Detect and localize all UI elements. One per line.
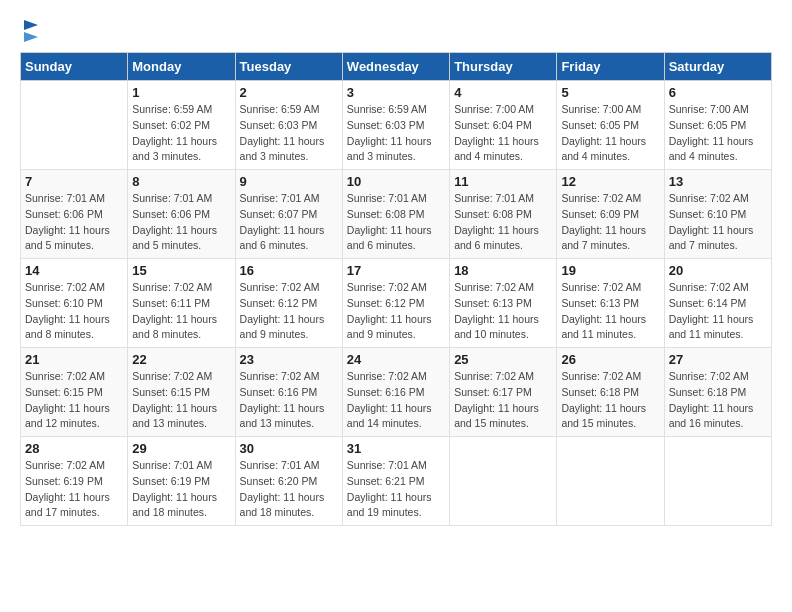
day-info: Sunrise: 7:02 AM Sunset: 6:13 PM Dayligh… <box>454 280 552 343</box>
day-number: 20 <box>669 263 767 278</box>
day-number: 1 <box>132 85 230 100</box>
day-number: 7 <box>25 174 123 189</box>
calendar-cell: 29Sunrise: 7:01 AM Sunset: 6:19 PM Dayli… <box>128 437 235 526</box>
day-number: 15 <box>132 263 230 278</box>
day-number: 21 <box>25 352 123 367</box>
calendar-cell: 26Sunrise: 7:02 AM Sunset: 6:18 PM Dayli… <box>557 348 664 437</box>
day-number: 12 <box>561 174 659 189</box>
day-number: 14 <box>25 263 123 278</box>
column-header-monday: Monday <box>128 53 235 81</box>
calendar-cell: 18Sunrise: 7:02 AM Sunset: 6:13 PM Dayli… <box>450 259 557 348</box>
day-number: 13 <box>669 174 767 189</box>
day-number: 25 <box>454 352 552 367</box>
calendar-cell: 2Sunrise: 6:59 AM Sunset: 6:03 PM Daylig… <box>235 81 342 170</box>
day-info: Sunrise: 7:02 AM Sunset: 6:19 PM Dayligh… <box>25 458 123 521</box>
day-info: Sunrise: 7:02 AM Sunset: 6:13 PM Dayligh… <box>561 280 659 343</box>
day-number: 30 <box>240 441 338 456</box>
day-info: Sunrise: 7:02 AM Sunset: 6:18 PM Dayligh… <box>669 369 767 432</box>
day-info: Sunrise: 6:59 AM Sunset: 6:03 PM Dayligh… <box>240 102 338 165</box>
day-number: 6 <box>669 85 767 100</box>
day-number: 22 <box>132 352 230 367</box>
calendar-cell: 21Sunrise: 7:02 AM Sunset: 6:15 PM Dayli… <box>21 348 128 437</box>
calendar-cell: 7Sunrise: 7:01 AM Sunset: 6:06 PM Daylig… <box>21 170 128 259</box>
day-number: 11 <box>454 174 552 189</box>
calendar-cell: 1Sunrise: 6:59 AM Sunset: 6:02 PM Daylig… <box>128 81 235 170</box>
day-number: 17 <box>347 263 445 278</box>
day-number: 10 <box>347 174 445 189</box>
calendar-cell: 10Sunrise: 7:01 AM Sunset: 6:08 PM Dayli… <box>342 170 449 259</box>
day-info: Sunrise: 7:01 AM Sunset: 6:20 PM Dayligh… <box>240 458 338 521</box>
calendar-cell <box>557 437 664 526</box>
day-number: 27 <box>669 352 767 367</box>
calendar-cell: 5Sunrise: 7:00 AM Sunset: 6:05 PM Daylig… <box>557 81 664 170</box>
calendar-cell: 28Sunrise: 7:02 AM Sunset: 6:19 PM Dayli… <box>21 437 128 526</box>
day-info: Sunrise: 7:01 AM Sunset: 6:06 PM Dayligh… <box>132 191 230 254</box>
day-number: 29 <box>132 441 230 456</box>
calendar-cell: 31Sunrise: 7:01 AM Sunset: 6:21 PM Dayli… <box>342 437 449 526</box>
calendar-cell: 12Sunrise: 7:02 AM Sunset: 6:09 PM Dayli… <box>557 170 664 259</box>
column-header-tuesday: Tuesday <box>235 53 342 81</box>
day-number: 3 <box>347 85 445 100</box>
logo-arrow-top <box>24 20 38 30</box>
day-info: Sunrise: 7:01 AM Sunset: 6:21 PM Dayligh… <box>347 458 445 521</box>
day-info: Sunrise: 7:02 AM Sunset: 6:12 PM Dayligh… <box>347 280 445 343</box>
day-info: Sunrise: 7:01 AM Sunset: 6:08 PM Dayligh… <box>347 191 445 254</box>
day-number: 9 <box>240 174 338 189</box>
day-info: Sunrise: 7:02 AM Sunset: 6:12 PM Dayligh… <box>240 280 338 343</box>
day-info: Sunrise: 7:02 AM Sunset: 6:15 PM Dayligh… <box>132 369 230 432</box>
day-info: Sunrise: 7:01 AM Sunset: 6:08 PM Dayligh… <box>454 191 552 254</box>
day-info: Sunrise: 7:00 AM Sunset: 6:05 PM Dayligh… <box>669 102 767 165</box>
day-number: 23 <box>240 352 338 367</box>
calendar-cell: 22Sunrise: 7:02 AM Sunset: 6:15 PM Dayli… <box>128 348 235 437</box>
calendar-cell: 27Sunrise: 7:02 AM Sunset: 6:18 PM Dayli… <box>664 348 771 437</box>
day-info: Sunrise: 7:02 AM Sunset: 6:11 PM Dayligh… <box>132 280 230 343</box>
day-number: 8 <box>132 174 230 189</box>
day-info: Sunrise: 6:59 AM Sunset: 6:02 PM Dayligh… <box>132 102 230 165</box>
calendar-cell: 17Sunrise: 7:02 AM Sunset: 6:12 PM Dayli… <box>342 259 449 348</box>
calendar-week-row: 21Sunrise: 7:02 AM Sunset: 6:15 PM Dayli… <box>21 348 772 437</box>
calendar-cell: 3Sunrise: 6:59 AM Sunset: 6:03 PM Daylig… <box>342 81 449 170</box>
calendar-cell <box>21 81 128 170</box>
column-header-sunday: Sunday <box>21 53 128 81</box>
day-info: Sunrise: 7:02 AM Sunset: 6:18 PM Dayligh… <box>561 369 659 432</box>
day-info: Sunrise: 7:02 AM Sunset: 6:16 PM Dayligh… <box>240 369 338 432</box>
day-info: Sunrise: 7:01 AM Sunset: 6:06 PM Dayligh… <box>25 191 123 254</box>
calendar-cell: 8Sunrise: 7:01 AM Sunset: 6:06 PM Daylig… <box>128 170 235 259</box>
day-number: 24 <box>347 352 445 367</box>
calendar-cell: 20Sunrise: 7:02 AM Sunset: 6:14 PM Dayli… <box>664 259 771 348</box>
day-number: 5 <box>561 85 659 100</box>
calendar-cell <box>450 437 557 526</box>
day-number: 28 <box>25 441 123 456</box>
day-info: Sunrise: 7:02 AM Sunset: 6:09 PM Dayligh… <box>561 191 659 254</box>
day-info: Sunrise: 7:02 AM Sunset: 6:15 PM Dayligh… <box>25 369 123 432</box>
calendar-week-row: 28Sunrise: 7:02 AM Sunset: 6:19 PM Dayli… <box>21 437 772 526</box>
day-info: Sunrise: 6:59 AM Sunset: 6:03 PM Dayligh… <box>347 102 445 165</box>
calendar-cell: 11Sunrise: 7:01 AM Sunset: 6:08 PM Dayli… <box>450 170 557 259</box>
logo-arrow-bottom <box>24 32 38 42</box>
day-info: Sunrise: 7:02 AM Sunset: 6:16 PM Dayligh… <box>347 369 445 432</box>
calendar-week-row: 14Sunrise: 7:02 AM Sunset: 6:10 PM Dayli… <box>21 259 772 348</box>
day-info: Sunrise: 7:02 AM Sunset: 6:17 PM Dayligh… <box>454 369 552 432</box>
day-info: Sunrise: 7:01 AM Sunset: 6:19 PM Dayligh… <box>132 458 230 521</box>
day-info: Sunrise: 7:02 AM Sunset: 6:10 PM Dayligh… <box>669 191 767 254</box>
column-header-saturday: Saturday <box>664 53 771 81</box>
calendar-cell: 30Sunrise: 7:01 AM Sunset: 6:20 PM Dayli… <box>235 437 342 526</box>
calendar-cell: 15Sunrise: 7:02 AM Sunset: 6:11 PM Dayli… <box>128 259 235 348</box>
column-header-thursday: Thursday <box>450 53 557 81</box>
day-info: Sunrise: 7:02 AM Sunset: 6:14 PM Dayligh… <box>669 280 767 343</box>
calendar-cell: 16Sunrise: 7:02 AM Sunset: 6:12 PM Dayli… <box>235 259 342 348</box>
day-number: 18 <box>454 263 552 278</box>
calendar-cell: 24Sunrise: 7:02 AM Sunset: 6:16 PM Dayli… <box>342 348 449 437</box>
calendar-cell: 4Sunrise: 7:00 AM Sunset: 6:04 PM Daylig… <box>450 81 557 170</box>
day-number: 4 <box>454 85 552 100</box>
day-number: 31 <box>347 441 445 456</box>
calendar-cell: 19Sunrise: 7:02 AM Sunset: 6:13 PM Dayli… <box>557 259 664 348</box>
calendar-table: SundayMondayTuesdayWednesdayThursdayFrid… <box>20 52 772 526</box>
calendar-cell: 6Sunrise: 7:00 AM Sunset: 6:05 PM Daylig… <box>664 81 771 170</box>
day-number: 2 <box>240 85 338 100</box>
calendar-week-row: 7Sunrise: 7:01 AM Sunset: 6:06 PM Daylig… <box>21 170 772 259</box>
day-info: Sunrise: 7:00 AM Sunset: 6:04 PM Dayligh… <box>454 102 552 165</box>
calendar-cell: 14Sunrise: 7:02 AM Sunset: 6:10 PM Dayli… <box>21 259 128 348</box>
calendar-cell: 23Sunrise: 7:02 AM Sunset: 6:16 PM Dayli… <box>235 348 342 437</box>
column-header-friday: Friday <box>557 53 664 81</box>
